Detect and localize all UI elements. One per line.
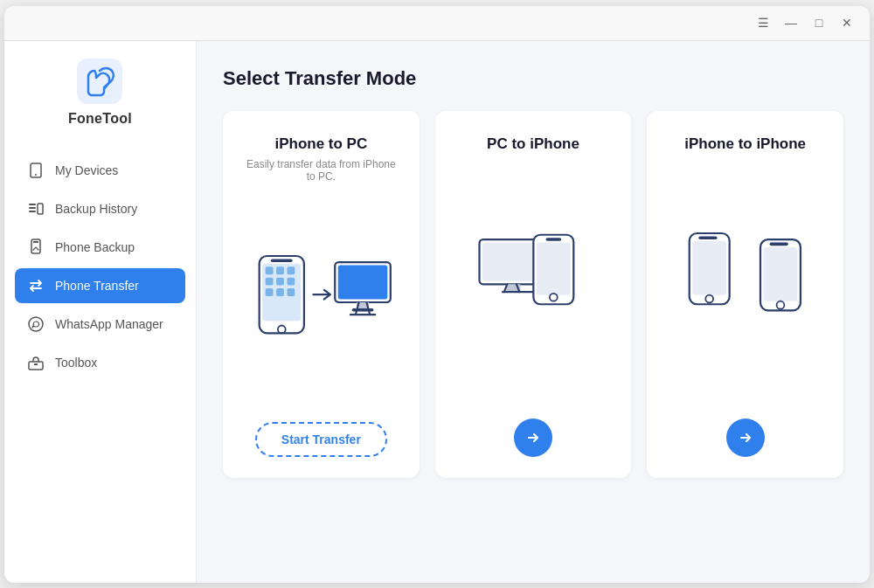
sidebar-item-whatsapp-manager-label: WhatsApp Manager [55,317,163,331]
menu-button[interactable]: ☰ [754,14,772,31]
svg-rect-6 [38,204,43,214]
svg-rect-4 [29,207,36,209]
logo-area: FoneTool [68,59,132,127]
nav-list: My Devices Backup History [4,153,196,380]
main-content: Select Transfer Mode iPhone to PC Easily… [197,41,870,583]
pc-to-iphone-button[interactable] [514,419,552,457]
iphone-to-iphone-button[interactable] [726,419,765,457]
svg-point-9 [29,317,43,331]
svg-rect-14 [266,266,274,274]
svg-rect-28 [352,308,374,312]
svg-rect-42 [770,242,788,246]
sidebar-item-phone-transfer[interactable]: Phone Transfer [15,268,185,303]
sidebar-item-toolbox[interactable]: Toolbox [15,345,185,380]
device-icon [27,162,45,179]
svg-rect-30 [482,242,539,280]
svg-rect-41 [764,246,798,301]
sidebar-item-backup-history[interactable]: Backup History [15,191,185,226]
iphone-to-pc-title: iPhone to PC [274,135,367,153]
svg-rect-16 [287,266,295,274]
sidebar-item-phone-backup-label: Phone Backup [55,240,135,254]
svg-rect-23 [271,259,293,262]
svg-rect-11 [34,363,38,365]
sidebar: FoneTool My Devices [4,41,197,583]
sidebar-item-phone-backup[interactable]: Phone Backup [15,230,185,265]
iphone-to-iphone-illustration [668,158,822,401]
svg-rect-15 [276,266,284,274]
title-bar: ☰ — □ ✕ [4,6,870,41]
svg-rect-26 [338,265,388,299]
sidebar-item-my-devices-label: My Devices [55,163,118,177]
svg-point-2 [35,174,37,176]
iphone-to-pc-action: Start Transfer [255,422,387,457]
whatsapp-icon [27,315,45,333]
sidebar-item-my-devices[interactable]: My Devices [15,153,185,188]
iphone-to-iphone-title: iPhone to iPhone [684,135,806,153]
app-logo-icon [77,59,122,104]
maximize-button[interactable]: □ [810,14,828,31]
cards-grid: iPhone to PC Easily transfer data from i… [223,111,843,478]
sidebar-item-backup-history-label: Backup History [55,202,137,216]
app-window: ☰ — □ ✕ FoneTool [4,6,870,583]
svg-rect-10 [29,362,43,370]
pc-to-iphone-illustration [456,158,611,401]
iphone-to-pc-subtitle: Easily transfer data from iPhone to PC. [244,158,399,183]
svg-rect-3 [29,204,36,205]
svg-rect-0 [77,59,122,104]
pc-to-iphone-card: PC to iPhone [435,111,632,478]
close-button[interactable]: ✕ [838,14,856,31]
sidebar-item-whatsapp-manager[interactable]: WhatsApp Manager [15,307,185,342]
svg-rect-8 [33,241,38,243]
svg-rect-5 [29,211,36,212]
svg-rect-22 [287,288,295,296]
svg-rect-20 [266,288,274,296]
svg-rect-33 [537,242,571,294]
logo-text: FoneTool [68,111,132,127]
svg-rect-37 [693,240,727,294]
svg-rect-34 [545,238,561,241]
iphone-to-pc-illustration [244,200,399,405]
svg-rect-19 [287,277,295,285]
pc-to-iphone-action [514,419,552,457]
start-transfer-button[interactable]: Start Transfer [255,422,387,457]
svg-rect-18 [276,277,284,285]
phone-backup-icon [27,239,45,256]
sidebar-item-toolbox-label: Toolbox [55,356,97,370]
svg-rect-17 [266,277,274,285]
minimize-button[interactable]: — [782,14,800,31]
iphone-to-iphone-action [726,419,765,457]
toolbox-icon [27,354,45,371]
pc-to-iphone-title: PC to iPhone [487,135,579,153]
main-layout: FoneTool My Devices [4,41,870,583]
svg-rect-38 [699,236,718,239]
sidebar-item-phone-transfer-label: Phone Transfer [55,279,139,293]
iphone-to-iphone-card: iPhone to iPhone [647,111,843,478]
iphone-to-pc-card: iPhone to PC Easily transfer data from i… [223,111,420,478]
page-title: Select Transfer Mode [223,67,843,90]
svg-rect-21 [276,288,284,296]
transfer-icon [27,277,45,294]
backup-list-icon [27,200,45,218]
